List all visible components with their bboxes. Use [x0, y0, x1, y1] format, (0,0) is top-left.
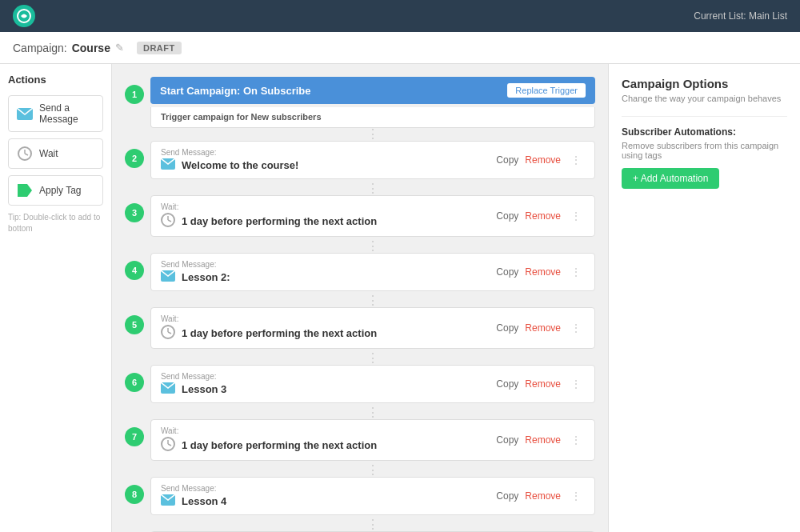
sidebar-apply-tag-label: Apply Tag: [39, 185, 81, 196]
step-7-wrapper: 7Wait:1 day before performing the next a…: [125, 419, 595, 464]
step-4-more-button[interactable]: ⋮: [567, 266, 585, 278]
content-area: 1 Start Campaign: On Subscribe Replace T…: [112, 64, 608, 532]
step-1-number: 1: [125, 85, 144, 104]
step-2-remove-button[interactable]: Remove: [525, 154, 561, 166]
panel-section-title: Subscriber Automations:: [622, 126, 787, 138]
step-divider: ⋮: [150, 518, 595, 531]
step-4-card: Send Message:Lesson 2:CopyRemove⋮: [150, 253, 595, 291]
step-5-title: 1 day before performing the next action: [182, 327, 377, 339]
step-2-label: Send Message:: [161, 148, 298, 157]
step-6-title: Lesson 3: [182, 383, 226, 395]
step-2-title: Welcome to the course!: [182, 159, 298, 171]
step-2-card: Send Message:Welcome to the course!CopyR…: [150, 141, 595, 179]
campaign-prefix: Campaign:: [13, 42, 67, 54]
step-8-more-button[interactable]: ⋮: [567, 490, 585, 502]
svg-line-16: [168, 444, 171, 446]
message-icon: [161, 158, 175, 172]
step-7-copy-button[interactable]: Copy: [496, 434, 518, 446]
current-list-label: Current List: Main List: [694, 10, 787, 22]
campaign-name: Course: [72, 42, 110, 54]
step-5-number: 5: [125, 315, 144, 334]
step-6-label: Send Message:: [161, 372, 226, 381]
step-4-title: Lesson 2:: [182, 271, 230, 283]
step-7-number: 7: [125, 427, 144, 446]
step-8-card: Send Message:Lesson 4CopyRemove⋮: [150, 477, 595, 515]
trigger-desc-bold: New subscribers: [250, 112, 321, 122]
step-4-wrapper: 4Send Message:Lesson 2:CopyRemove⋮: [125, 253, 595, 294]
message-icon: [161, 270, 175, 284]
step-divider: ⋮: [150, 240, 595, 253]
tag-icon: [17, 182, 33, 198]
right-panel: Campaign Options Change the way your cam…: [608, 64, 800, 532]
sidebar-wait-label: Wait: [39, 148, 58, 159]
step-6-more-button[interactable]: ⋮: [567, 378, 585, 390]
step-1-wrapper: 1 Start Campaign: On Subscribe Replace T…: [125, 77, 595, 128]
draft-badge: DRAFT: [137, 42, 182, 54]
step-6-number: 6: [125, 373, 144, 392]
step-3-title: 1 day before performing the next action: [182, 215, 377, 227]
step-8-label: Send Message:: [161, 484, 226, 493]
step-divider: ⋮: [150, 182, 595, 195]
steps-container: ⋮2Send Message:Welcome to the course!Cop…: [125, 128, 595, 532]
step-8-title: Lesson 4: [182, 495, 226, 507]
step-4-remove-button[interactable]: Remove: [525, 266, 561, 278]
clock-icon: [17, 146, 33, 162]
step-7-remove-button[interactable]: Remove: [525, 434, 561, 446]
edit-icon[interactable]: ✎: [115, 42, 124, 54]
step-3-copy-button[interactable]: Copy: [496, 210, 518, 222]
step-divider: ⋮: [150, 352, 595, 365]
add-automation-button[interactable]: + Add Automation: [622, 168, 719, 189]
step-2-copy-button[interactable]: Copy: [496, 154, 518, 166]
step-2-more-button[interactable]: ⋮: [567, 154, 585, 166]
replace-trigger-button[interactable]: Replace Trigger: [507, 83, 586, 98]
message-icon: [161, 494, 175, 508]
step-7-label: Wait:: [161, 426, 377, 435]
step-divider: ⋮: [150, 406, 595, 419]
step-3-wrapper: 3Wait:1 day before performing the next a…: [125, 195, 595, 240]
wait-icon: [161, 325, 175, 342]
step-3-label: Wait:: [161, 202, 377, 211]
step-6-remove-button[interactable]: Remove: [525, 378, 561, 390]
step-7-card: Wait:1 day before performing the next ac…: [150, 419, 595, 461]
step-5-more-button[interactable]: ⋮: [567, 322, 585, 334]
svg-line-4: [25, 154, 28, 155]
step-6-card: Send Message:Lesson 3CopyRemove⋮: [150, 365, 595, 403]
step-5-card: Wait:1 day before performing the next ac…: [150, 307, 595, 349]
step-8-remove-button[interactable]: Remove: [525, 490, 561, 502]
wait-icon: [161, 213, 175, 230]
step-6-copy-button[interactable]: Copy: [496, 378, 518, 390]
step-2-wrapper: 2Send Message:Welcome to the course!Copy…: [125, 141, 595, 182]
step-7-title: 1 day before performing the next action: [182, 439, 377, 451]
step-5-label: Wait:: [161, 314, 377, 323]
top-nav: Current List: Main List: [0, 0, 800, 32]
start-campaign-title: Start Campaign: On Subscribe: [160, 85, 311, 97]
step-7-more-button[interactable]: ⋮: [567, 434, 585, 446]
sidebar-tip: Tip: Double-click to add to bottom: [8, 212, 103, 234]
panel-section-desc: Remove subscribers from this campaign us…: [622, 141, 787, 160]
step-3-remove-button[interactable]: Remove: [525, 210, 561, 222]
step-2-number: 2: [125, 149, 144, 168]
step-8-copy-button[interactable]: Copy: [496, 490, 518, 502]
campaign-title: Campaign: Course ✎: [13, 42, 124, 54]
sidebar-item-apply-tag[interactable]: Apply Tag: [8, 175, 103, 206]
trigger-description: Trigger campaign for New subscribers: [161, 109, 322, 126]
step-divider: ⋮: [150, 128, 595, 141]
start-campaign-card: Start Campaign: On Subscribe Replace Tri…: [150, 77, 595, 104]
step-3-number: 3: [125, 203, 144, 222]
step-4-number: 4: [125, 261, 144, 280]
step-divider: ⋮: [150, 294, 595, 307]
step-5-wrapper: 5Wait:1 day before performing the next a…: [125, 307, 595, 352]
sidebar-title: Actions: [8, 74, 103, 86]
step-3-more-button[interactable]: ⋮: [567, 210, 585, 222]
step-8-wrapper: 8Send Message:Lesson 4CopyRemove⋮: [125, 477, 595, 518]
step-5-copy-button[interactable]: Copy: [496, 322, 518, 334]
main-layout: Actions Send a Message Wait: [0, 64, 800, 532]
envelope-icon: [17, 106, 33, 122]
sidebar-item-send-message[interactable]: Send a Message: [8, 95, 103, 132]
step-divider: ⋮: [150, 464, 595, 477]
wait-icon: [161, 437, 175, 454]
step-4-copy-button[interactable]: Copy: [496, 266, 518, 278]
sidebar-item-wait[interactable]: Wait: [8, 138, 103, 169]
step-6-wrapper: 6Send Message:Lesson 3CopyRemove⋮: [125, 365, 595, 406]
step-5-remove-button[interactable]: Remove: [525, 322, 561, 334]
